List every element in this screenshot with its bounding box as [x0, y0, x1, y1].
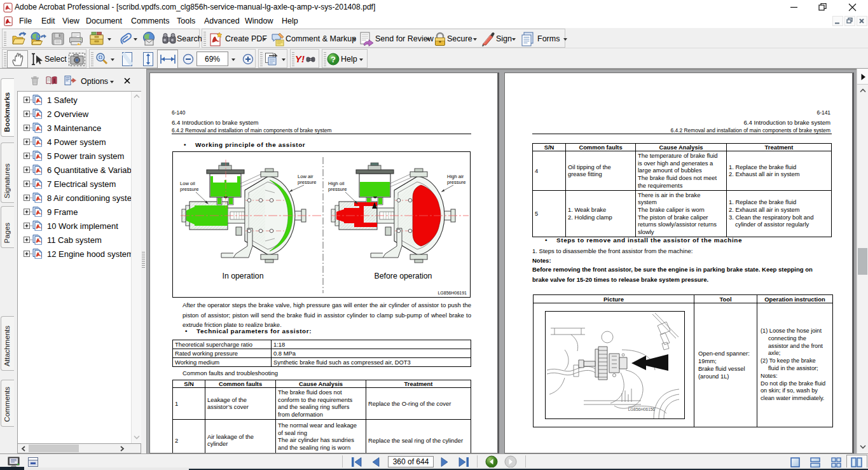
svg-text:?: ?: [331, 55, 336, 64]
svg-text:Before operation: Before operation: [375, 272, 432, 280]
svg-text:Low oil: Low oil: [180, 181, 195, 186]
svg-text:High air: High air: [447, 174, 464, 179]
svg-text:LG856H06191: LG856H06191: [437, 291, 467, 295]
svg-text:High oil: High oil: [328, 181, 345, 186]
svg-text:In operation: In operation: [223, 272, 264, 280]
svg-text:pressure: pressure: [180, 186, 199, 192]
svg-text:Low air: Low air: [298, 174, 313, 179]
svg-text:pressure: pressure: [447, 179, 466, 185]
svg-text:LG856H06156: LG856H06156: [628, 407, 656, 411]
svg-text:pressure: pressure: [328, 186, 347, 192]
svg-text:pressure: pressure: [298, 179, 317, 185]
